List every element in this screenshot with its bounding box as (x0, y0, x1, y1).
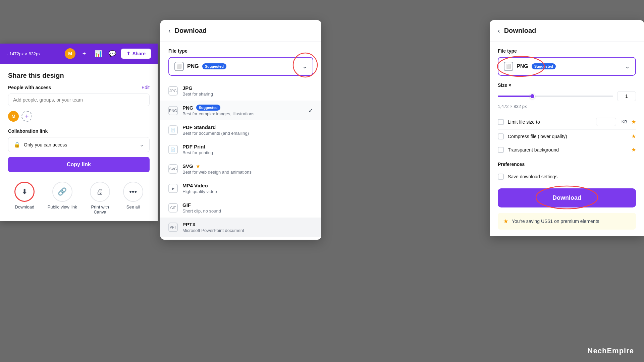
size-px-label: 1,472 × 832 px (498, 104, 636, 109)
pdf-std-info: PDF Standard Best for documents (and ema… (182, 124, 313, 136)
topbar: - 1472px × 832px M + 📊 💬 ⬆ Share (0, 44, 158, 64)
limit-file-size-checkbox[interactable] (498, 119, 504, 125)
watermark: NechEmpire (588, 347, 634, 355)
gif-info: GIF Short clip, no sound (182, 202, 313, 214)
pdf-std-name: PDF Standard (182, 124, 313, 130)
selected-file-icon: ⬜ (174, 62, 184, 71)
add-icon[interactable]: + (79, 48, 90, 59)
png-badge: Suggested (196, 105, 220, 111)
edit-link[interactable]: Edit (142, 85, 150, 90)
analytics-icon[interactable]: 📊 (93, 48, 104, 59)
file-type-pdf-standard[interactable]: 📄 PDF Standard Best for documents (and e… (160, 120, 321, 140)
download-label: Download (15, 204, 34, 209)
pdf-print-desc: Best for printing (182, 150, 313, 155)
preferences-section: Preferences Save download settings (490, 156, 644, 183)
action-download[interactable]: ⬇ Download (14, 182, 35, 209)
right-file-type-section: File type ⬜ PNG Suggested ⌄ (490, 42, 644, 76)
download-main-button[interactable]: Download (498, 188, 636, 207)
topbar-actions: M + 📊 💬 ⬆ Share (65, 48, 151, 59)
jpg-icon: JPG (168, 86, 178, 96)
public-link-label: Public view link (48, 204, 77, 209)
share-body: Share this design People with access Edi… (0, 64, 158, 221)
file-type-gif[interactable]: GIF GIF Short clip, no sound (160, 198, 321, 218)
gif-desc: Short clip, no sound (182, 208, 313, 214)
pptx-icon: PPT (168, 223, 178, 232)
file-type-png[interactable]: PNG PNG Suggested Best for complex image… (160, 101, 321, 120)
copy-link-button[interactable]: Copy link (8, 157, 150, 172)
size-slider-track[interactable] (498, 96, 613, 97)
size-input[interactable] (617, 91, 636, 101)
limit-file-size-label: Limit file size to (508, 119, 592, 125)
right-file-selector[interactable]: ⬜ PNG Suggested ⌄ (498, 57, 636, 76)
add-people-input[interactable] (8, 94, 150, 106)
file-type-pdf-print[interactable]: 📄 PDF Print Best for printing (160, 140, 321, 159)
right-back-button[interactable]: ‹ (498, 27, 500, 35)
mp4-name: MP4 Video (182, 183, 313, 188)
right-panel-title: Download (504, 27, 536, 35)
action-public-link[interactable]: 🔗 Public view link (48, 182, 77, 209)
comment-icon[interactable]: 💬 (107, 48, 118, 59)
file-type-label: File type (168, 48, 313, 54)
limit-file-size-input[interactable] (596, 118, 616, 126)
compress-label: Compress file (lower quality) (508, 134, 627, 139)
avatar[interactable]: M (65, 48, 75, 59)
png-icon: PNG (168, 106, 178, 115)
user-avatar-m: M (8, 111, 19, 122)
check-mark-icon: ✓ (308, 107, 313, 114)
save-settings-checkbox[interactable] (498, 174, 504, 180)
print-icon-circle: 🖨 (90, 182, 110, 202)
add-avatar-btn[interactable]: + (21, 111, 32, 122)
share-button[interactable]: ⬆ Share (121, 49, 151, 59)
suggested-badge: Suggested (202, 63, 226, 69)
share-title: Share this design (8, 72, 150, 79)
jpg-desc: Best for sharing (182, 92, 313, 97)
file-type-pptx[interactable]: PPT PPTX Microsoft PowerPoint document (160, 218, 321, 237)
mp4-icon: ▶ (168, 184, 178, 193)
panel-title: Download (175, 27, 207, 35)
png-info: PNG Suggested Best for complex images, i… (182, 105, 304, 116)
preferences-title: Preferences (498, 162, 636, 167)
compress-premium-icon: ★ (631, 133, 636, 139)
jpg-info: JPG Best for sharing (182, 85, 313, 97)
right-chevron-icon: ⌄ (625, 63, 630, 70)
file-type-mp4[interactable]: ▶ MP4 Video High quality video (160, 179, 321, 198)
print-label: Print withCanva (91, 204, 109, 215)
download-icon-circle: ⬇ (14, 182, 35, 202)
pdf-std-desc: Best for documents (and emailing) (182, 131, 313, 136)
people-access-row: People with access Edit (8, 85, 150, 90)
action-icons-row: ⬇ Download 🔗 Public view link 🖨 Print wi… (8, 182, 150, 215)
option-compress: Compress file (lower quality) ★ (498, 130, 636, 143)
public-link-icon-circle: 🔗 (52, 182, 72, 202)
file-type-svg[interactable]: SVG SVG ★ Best for web design and animat… (160, 159, 321, 179)
compress-checkbox[interactable] (498, 133, 504, 139)
transparent-premium-icon: ★ (631, 146, 636, 153)
svg-info: SVG ★ Best for web design and animations (182, 163, 313, 175)
action-print[interactable]: 🖨 Print withCanva (90, 182, 110, 215)
pptx-desc: Microsoft PowerPoint document (182, 228, 313, 233)
collab-link-dropdown[interactable]: 🔒 Only you can access ⌄ (8, 137, 150, 152)
file-type-jpg[interactable]: JPG JPG Best for sharing (160, 81, 321, 101)
jpg-name: JPG (182, 85, 313, 91)
action-see-all[interactable]: ••• See all (123, 182, 143, 209)
see-all-label: See all (126, 204, 140, 209)
transparent-bg-label: Transparent background (508, 147, 627, 153)
panel-header: ‹ Download (160, 20, 321, 42)
limit-size-premium-icon: ★ (631, 119, 636, 125)
pdf-print-icon: 📄 (168, 145, 178, 154)
lock-icon: 🔒 (14, 141, 20, 148)
right-panel-header: ‹ Download (490, 20, 644, 42)
size-section: Size × 1,472 × 832 px (490, 82, 644, 109)
collab-text: Only you can access (24, 142, 136, 147)
transparent-bg-checkbox[interactable] (498, 147, 504, 153)
file-type-selector[interactable]: ⬜ PNG Suggested ⌄ (168, 57, 313, 76)
slider-thumb (530, 94, 535, 99)
mp4-info: MP4 Video High quality video (182, 183, 313, 194)
people-access-label: People with access (8, 85, 51, 90)
back-button[interactable]: ‹ (168, 27, 171, 35)
right-selected-icon: ⬜ (504, 62, 513, 71)
pdf-print-name: PDF Print (182, 144, 313, 149)
mp4-desc: High quality video (182, 189, 313, 194)
selected-file-name: PNG (187, 63, 199, 69)
option-save-settings: Save download settings (498, 170, 636, 183)
png-name: PNG Suggested (182, 105, 304, 111)
